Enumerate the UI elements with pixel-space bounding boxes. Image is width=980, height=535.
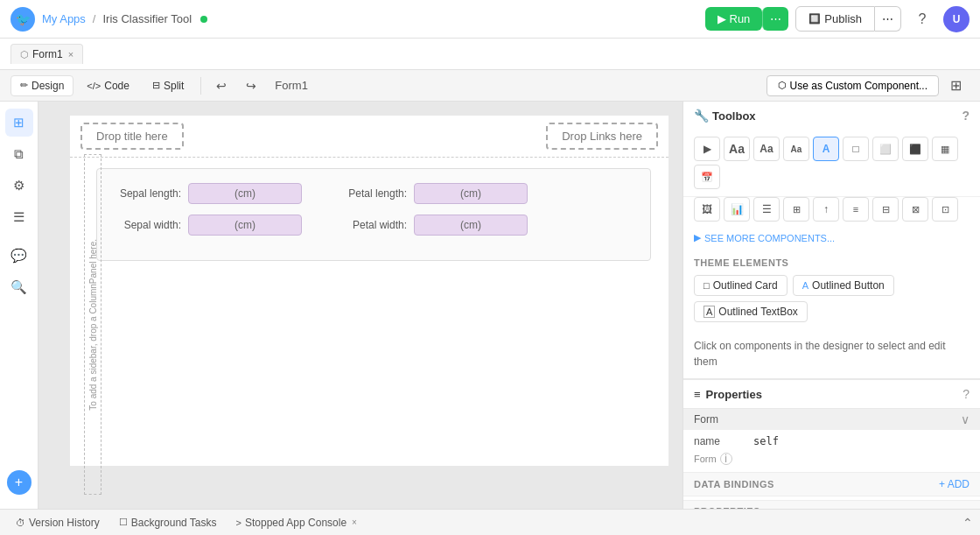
design-button[interactable]: ✏ Design	[10, 75, 74, 96]
list-view-tool[interactable]: ☰	[753, 197, 780, 222]
properties-help[interactable]: ?	[962, 387, 970, 401]
expand-button[interactable]: ⊞	[942, 73, 970, 98]
tab-form1-label: Form1	[32, 48, 63, 60]
version-history-label: Version History	[29, 517, 100, 529]
column-panel-hint: To add a sidebar, drop a ColumnPanel her…	[84, 154, 102, 495]
box-outline-tool[interactable]: ⬜	[872, 137, 899, 161]
publish-more-button[interactable]: ⋯	[875, 6, 901, 32]
left-sidebar: ⊞ ⧉ ⚙ ☰ 💬 🔍 +	[0, 102, 38, 509]
calendar-tool[interactable]: 📅	[694, 165, 720, 189]
data-bindings-add[interactable]: + ADD	[939, 478, 970, 490]
run-button[interactable]: ▶ Run	[705, 7, 763, 31]
form-badge: Form ∨	[683, 409, 980, 430]
tab-form1[interactable]: ⬡ Form1 ×	[10, 44, 83, 64]
sidebar-icon-list[interactable]: ☰	[5, 203, 33, 231]
publish-icon: 🔲	[808, 13, 821, 25]
help-button[interactable]: ?	[908, 5, 936, 33]
layout2-tool[interactable]: ⊠	[902, 197, 928, 222]
bottom-tab-version-history[interactable]: ⏱ Version History	[7, 514, 108, 531]
grid-tool[interactable]: ▦	[932, 137, 958, 161]
layout1-tool[interactable]: ⊟	[872, 197, 899, 222]
breadcrumb: My Apps / Iris Classifier Tool	[42, 12, 207, 25]
bottom-tab-background-tasks[interactable]: ☐ Background Tasks	[110, 514, 226, 531]
avatar[interactable]: U	[943, 6, 970, 32]
drop-links-placeholder[interactable]: Drop Links here	[546, 123, 658, 150]
properties-sub-header: PROPERTIES	[683, 500, 980, 509]
petal-width-input[interactable]	[414, 215, 528, 236]
petal-length-label: Petal length:	[337, 187, 407, 200]
outlined-textbox-element[interactable]: A Outlined TextBox	[694, 301, 808, 322]
use-custom-component-button[interactable]: ⬡ Use as Custom Component...	[766, 75, 939, 96]
split-button[interactable]: ⊟ Split	[143, 75, 193, 96]
petal-length-input[interactable]	[414, 183, 528, 204]
properties-section: ≡ Properties ? Form ∨ name self Form i	[683, 379, 980, 509]
outlined-textbox-icon: A	[704, 306, 715, 318]
sepal-width-input[interactable]	[188, 215, 302, 236]
drop-title-bar: Drop title here Drop Links here	[70, 116, 668, 158]
main-area: ⊞ ⧉ ⚙ ☰ 💬 🔍 + To add a sidebar, drop a C…	[0, 102, 980, 509]
text-styled-tool[interactable]: A	[813, 137, 839, 161]
upload-tool[interactable]: ↑	[813, 197, 839, 222]
breadcrumb-apps[interactable]: My Apps	[42, 12, 86, 25]
drop-title-placeholder[interactable]: Drop title here	[80, 123, 184, 150]
background-tasks-label: Background Tasks	[131, 517, 217, 529]
run-label: Run	[730, 12, 751, 25]
toolbox-help[interactable]: ?	[962, 109, 970, 123]
text-align-tool[interactable]: ≡	[843, 197, 869, 222]
stopped-console-close[interactable]: ×	[352, 517, 357, 527]
form-row-2: Sepal width: Petal width:	[111, 215, 636, 236]
toolbox-icons-row1: ▶ Aa Aa Aa A □ ⬜ ⬛ ▦ 📅	[683, 130, 980, 197]
properties-title-wrap: ≡ Properties	[694, 388, 762, 401]
run-more-icon: ⋯	[770, 12, 781, 25]
petal-length-field: Petal length:	[337, 183, 528, 204]
properties-title: Properties	[706, 388, 762, 401]
sepal-width-field: Sepal width:	[111, 215, 302, 236]
sidebar-icon-comment[interactable]: 💬	[5, 242, 33, 270]
form-info-icon[interactable]: i	[720, 453, 732, 465]
chart-tool[interactable]: 📊	[724, 197, 750, 222]
publish-button[interactable]: 🔲 Publish	[795, 6, 875, 32]
outlined-card-element[interactable]: □ Outlined Card	[694, 275, 788, 296]
image-tool[interactable]: 🖼	[694, 197, 720, 222]
use-custom-label: Use as Custom Component...	[790, 80, 928, 92]
text-large-tool[interactable]: Aa	[724, 137, 750, 161]
toolbox-header: 🔧 Toolbox ?	[683, 102, 980, 130]
breadcrumb-project[interactable]: Iris Classifier Tool	[102, 12, 192, 25]
form-row-1: Sepal length: Petal length:	[111, 183, 636, 204]
bottom-tab-stopped-console[interactable]: > Stopped App Console ×	[228, 514, 366, 531]
name-prop-label: name	[694, 435, 746, 447]
box-filled-tool[interactable]: ⬛	[902, 137, 928, 161]
toolbox-icon: 🔧	[694, 109, 709, 123]
undo-button[interactable]: ↩	[208, 74, 234, 97]
run-more-button[interactable]: ⋯	[762, 7, 788, 31]
sidebar-icon-search[interactable]: 🔍	[5, 273, 33, 301]
sidebar-icon-settings[interactable]: ⚙	[5, 172, 33, 200]
status-dot	[200, 16, 207, 23]
outlined-button-element[interactable]: A Outlined Button	[793, 275, 894, 296]
sidebar-icon-apps[interactable]: ⊞	[5, 109, 33, 137]
add-fab-button[interactable]: +	[7, 470, 32, 495]
bottom-expand-icon[interactable]: ⌃	[962, 516, 973, 530]
see-more-components[interactable]: ▶ SEE MORE COMPONENTS...	[683, 229, 980, 250]
outlined-card-label: Outlined Card	[713, 279, 778, 292]
current-form-name: Form1	[275, 79, 308, 92]
box-tool[interactable]: □	[843, 137, 869, 161]
design-icon: ✏	[20, 80, 28, 91]
layout3-tool[interactable]: ⊡	[932, 197, 958, 222]
pointer-tool[interactable]: ▶	[694, 137, 720, 161]
code-icon: </>	[87, 81, 101, 91]
publish-button-group: 🔲 Publish ⋯	[795, 6, 901, 32]
sidebar-icon-layers[interactable]: ⧉	[5, 140, 33, 168]
sepal-length-input[interactable]	[188, 183, 302, 204]
code-label: Code	[104, 80, 130, 92]
redo-button[interactable]: ↪	[238, 74, 264, 97]
tab-form1-close[interactable]: ×	[68, 49, 74, 60]
table-tool[interactable]: ⊞	[783, 197, 809, 222]
tab-form1-icon: ⬡	[20, 49, 29, 60]
form-collapse-icon[interactable]: ∨	[961, 412, 970, 426]
theme-elements-title: THEME ELEMENTS	[683, 250, 980, 271]
text-small-tool[interactable]: Aa	[783, 137, 809, 161]
code-button[interactable]: </> Code	[77, 75, 139, 96]
text-medium-tool[interactable]: Aa	[753, 137, 780, 161]
stopped-console-label: Stopped App Console	[245, 517, 346, 529]
